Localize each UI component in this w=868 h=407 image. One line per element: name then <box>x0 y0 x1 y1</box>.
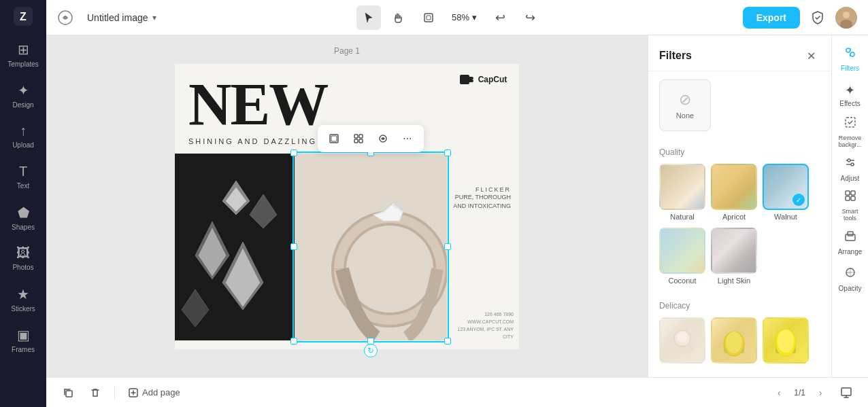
photos-icon: 🖼 <box>16 245 30 261</box>
opacity-icon <box>844 266 857 283</box>
frame-tool-button[interactable] <box>416 5 441 30</box>
selected-indicator: ✓ <box>792 194 805 206</box>
delete-button[interactable] <box>84 385 106 401</box>
delicacy3-thumb <box>763 317 809 364</box>
brand-logo <box>57 10 73 26</box>
add-page-button[interactable]: Add page <box>123 385 186 400</box>
sidebar-item-photos[interactable]: 🖼 Photos <box>4 239 42 277</box>
float-toolbar: ··· <box>318 125 424 152</box>
apricot-thumb <box>711 164 757 210</box>
frames-icon: ▣ <box>17 327 30 343</box>
walnut-thumb: ✓ <box>763 164 809 210</box>
divider <box>114 386 115 400</box>
quality-section: Quality Natural Apricot ✓ Walnut <box>648 139 831 293</box>
phone-number: 126 466 7890 <box>452 311 514 318</box>
filter-delicacy-1[interactable] <box>659 317 705 366</box>
sidebar-item-shapes[interactable]: ⬟ Shapes <box>4 198 42 236</box>
float-crop-button[interactable] <box>323 128 345 149</box>
bottom-bar: Add page ‹ 1/1 › <box>46 377 868 407</box>
svg-rect-54 <box>848 232 853 236</box>
quality-filter-grid: Natural Apricot ✓ Walnut <box>659 164 820 221</box>
effects-sidebar-item[interactable]: ✦ Effects <box>834 77 867 113</box>
toolbar-center: 58% ▾ ↩ ↪ <box>165 5 735 30</box>
top-bar: Untitled image ▾ 58% ▾ ↩ ↪ Export <box>46 0 868 35</box>
float-mask-button[interactable] <box>372 128 394 149</box>
canvas-area[interactable]: Page 1 NEW SHINING AND DAZZLING <box>46 35 648 377</box>
svg-point-48 <box>851 163 854 166</box>
delicacy-section: Delicacy <box>648 293 831 374</box>
float-replace-button[interactable] <box>348 128 369 149</box>
filter-none-label: None <box>676 111 694 120</box>
next-page-button[interactable]: › <box>811 383 830 402</box>
sidebar-item-stickers[interactable]: ★ Stickers <box>4 280 42 318</box>
shapes-icon: ⬟ <box>18 205 29 221</box>
duplicate-button[interactable] <box>57 385 79 401</box>
smart-tools-icon <box>844 189 857 206</box>
natural-thumb <box>659 164 705 210</box>
filter-light-skin[interactable]: Light Skin <box>711 228 757 285</box>
remove-bg-sidebar-item[interactable]: Removebackgr... <box>834 114 867 149</box>
quality-label: Quality <box>659 147 820 157</box>
page-indicator: 1/1 <box>794 388 805 397</box>
app-logo[interactable]: Z <box>12 5 34 27</box>
svg-point-47 <box>848 159 850 162</box>
right-icon-sidebar: Filters ✦ Effects Removebackgr... <box>831 35 868 377</box>
filters-sidebar-item[interactable]: Filters <box>834 41 867 76</box>
redo-button[interactable]: ↪ <box>518 5 542 30</box>
filters-sidebar-icon <box>844 46 857 63</box>
opacity-sidebar-item[interactable]: Opacity <box>834 261 867 296</box>
arrange-sidebar-item[interactable]: Arrange <box>834 224 867 260</box>
svg-rect-56 <box>66 391 72 397</box>
panel-close-button[interactable]: ✕ <box>801 46 820 65</box>
filter-delicacy-2[interactable] <box>711 317 757 366</box>
filter-apricot[interactable]: Apricot <box>711 164 757 221</box>
sidebar-item-upload[interactable]: ↑ Upload <box>4 117 42 155</box>
prev-page-button[interactable]: ‹ <box>769 383 788 402</box>
diamond-image[interactable] <box>175 154 295 340</box>
filter-coconut[interactable]: Coconut <box>659 228 705 285</box>
svg-point-6 <box>843 12 850 18</box>
hand-tool-button[interactable] <box>386 5 411 30</box>
flicker-label: FLICKER <box>452 186 511 193</box>
filter-none-button[interactable]: ⊘ None <box>659 79 711 131</box>
ring-image[interactable] <box>295 154 447 340</box>
svg-point-39 <box>778 330 794 353</box>
filter-natural[interactable]: Natural <box>659 164 705 221</box>
sidebar-item-templates[interactable]: ⊞ Templates <box>4 35 42 73</box>
svg-rect-49 <box>846 191 850 195</box>
rotate-handle[interactable]: ↻ <box>364 344 378 357</box>
select-tool-button[interactable] <box>356 5 381 30</box>
shield-icon[interactable] <box>807 7 829 29</box>
document-title[interactable]: Untitled image ▾ <box>87 12 156 23</box>
present-button[interactable] <box>835 382 857 404</box>
svg-rect-25 <box>354 139 358 143</box>
filter-none-section: ⊘ None <box>648 71 831 139</box>
filter-delicacy-3[interactable] <box>763 317 809 366</box>
smart-tools-sidebar-item[interactable]: Smarttools <box>834 188 867 223</box>
design-card: NEW SHINING AND DAZZLING <box>175 64 519 349</box>
stickers-icon: ★ <box>17 286 29 302</box>
svg-rect-29 <box>466 77 473 79</box>
panel-header: Filters ✕ <box>648 35 831 71</box>
text-icon: T <box>19 164 27 179</box>
zoom-control[interactable]: 58% ▾ <box>446 10 482 25</box>
filter-walnut[interactable]: ✓ Walnut <box>763 164 809 221</box>
capcut-icon <box>459 72 474 87</box>
templates-icon: ⊞ <box>18 41 29 58</box>
undo-button[interactable]: ↩ <box>488 5 512 30</box>
website: WWW.CAPCUT.COM <box>452 318 514 325</box>
adjust-sidebar-item[interactable]: Adjust <box>834 151 867 186</box>
delicacy2-thumb <box>711 317 757 364</box>
export-button[interactable]: Export <box>743 7 800 29</box>
chevron-down-icon: ▾ <box>472 12 477 22</box>
sidebar-item-design[interactable]: ✦ Design <box>4 76 42 114</box>
svg-point-40 <box>846 48 850 52</box>
float-more-button[interactable]: ··· <box>397 128 418 149</box>
sidebar-item-text[interactable]: T Text <box>4 158 42 196</box>
user-avatar[interactable] <box>835 7 857 29</box>
svg-rect-3 <box>424 14 433 22</box>
svg-text:Z: Z <box>20 11 27 22</box>
quality-filter-grid-row2: Coconut Light Skin <box>659 228 820 285</box>
sidebar-item-frames[interactable]: ▣ Frames <box>4 321 42 359</box>
capcut-logo: CapCut <box>459 72 507 87</box>
